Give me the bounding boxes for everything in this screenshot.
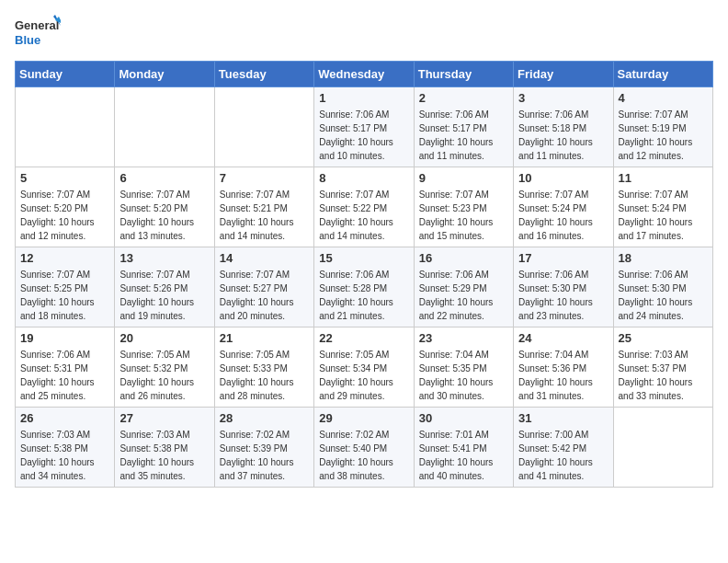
header-cell-monday: Monday <box>115 62 214 87</box>
day-number: 7 <box>220 171 309 185</box>
day-number: 2 <box>419 91 508 105</box>
day-info: Sunrise: 7:00 AMSunset: 5:42 PMDaylight:… <box>518 428 608 483</box>
day-number: 30 <box>419 411 508 425</box>
day-number: 8 <box>319 171 408 185</box>
page-header: General Blue <box>15 15 713 55</box>
day-cell: 22 Sunrise: 7:05 AMSunset: 5:34 PMDaylig… <box>314 327 414 408</box>
day-info: Sunrise: 7:07 AMSunset: 5:19 PMDaylight:… <box>619 108 708 163</box>
header-cell-saturday: Saturday <box>613 62 712 87</box>
day-number: 10 <box>518 171 608 185</box>
day-info: Sunrise: 7:07 AMSunset: 5:21 PMDaylight:… <box>220 188 309 243</box>
day-info: Sunrise: 7:03 AMSunset: 5:38 PMDaylight:… <box>119 428 209 483</box>
day-number: 1 <box>319 91 408 105</box>
day-cell: 14 Sunrise: 7:07 AMSunset: 5:27 PMDaylig… <box>214 247 313 327</box>
day-number: 21 <box>220 331 309 345</box>
day-cell: 28 Sunrise: 7:02 AMSunset: 5:39 PMDaylig… <box>214 408 313 488</box>
day-cell: 29 Sunrise: 7:02 AMSunset: 5:40 PMDaylig… <box>314 408 414 488</box>
day-cell: 21 Sunrise: 7:05 AMSunset: 5:33 PMDaylig… <box>214 327 313 408</box>
day-number: 16 <box>419 251 508 265</box>
day-cell: 16 Sunrise: 7:06 AMSunset: 5:29 PMDaylig… <box>414 247 513 327</box>
day-cell <box>214 87 313 167</box>
day-cell: 12 Sunrise: 7:07 AMSunset: 5:25 PMDaylig… <box>16 247 115 327</box>
week-row-4: 19 Sunrise: 7:06 AMSunset: 5:31 PMDaylig… <box>16 327 713 408</box>
day-number: 31 <box>518 411 608 425</box>
day-cell: 2 Sunrise: 7:06 AMSunset: 5:17 PMDayligh… <box>414 87 513 167</box>
day-number: 22 <box>319 331 408 345</box>
day-number: 20 <box>119 331 209 345</box>
day-cell: 15 Sunrise: 7:06 AMSunset: 5:28 PMDaylig… <box>314 247 414 327</box>
day-number: 29 <box>319 411 408 425</box>
day-number: 6 <box>119 171 209 185</box>
day-cell: 10 Sunrise: 7:07 AMSunset: 5:24 PMDaylig… <box>514 167 613 247</box>
week-row-5: 26 Sunrise: 7:03 AMSunset: 5:38 PMDaylig… <box>16 408 713 488</box>
day-info: Sunrise: 7:04 AMSunset: 5:36 PMDaylight:… <box>518 348 608 403</box>
day-number: 25 <box>619 331 708 345</box>
day-info: Sunrise: 7:05 AMSunset: 5:32 PMDaylight:… <box>119 348 209 403</box>
day-info: Sunrise: 7:07 AMSunset: 5:24 PMDaylight:… <box>619 188 708 243</box>
day-info: Sunrise: 7:07 AMSunset: 5:26 PMDaylight:… <box>119 268 209 323</box>
day-info: Sunrise: 7:05 AMSunset: 5:33 PMDaylight:… <box>220 348 309 403</box>
day-cell: 24 Sunrise: 7:04 AMSunset: 5:36 PMDaylig… <box>514 327 613 408</box>
day-info: Sunrise: 7:07 AMSunset: 5:24 PMDaylight:… <box>518 188 608 243</box>
day-cell: 8 Sunrise: 7:07 AMSunset: 5:22 PMDayligh… <box>314 167 414 247</box>
day-cell: 25 Sunrise: 7:03 AMSunset: 5:37 PMDaylig… <box>613 327 712 408</box>
day-cell: 31 Sunrise: 7:00 AMSunset: 5:42 PMDaylig… <box>514 408 613 488</box>
day-info: Sunrise: 7:06 AMSunset: 5:31 PMDaylight:… <box>20 348 109 403</box>
day-cell: 19 Sunrise: 7:06 AMSunset: 5:31 PMDaylig… <box>16 327 115 408</box>
day-info: Sunrise: 7:02 AMSunset: 5:40 PMDaylight:… <box>319 428 408 483</box>
logo-svg: General Blue <box>15 15 61 55</box>
header-cell-thursday: Thursday <box>414 62 513 87</box>
day-cell: 3 Sunrise: 7:06 AMSunset: 5:18 PMDayligh… <box>514 87 613 167</box>
day-number: 24 <box>518 331 608 345</box>
week-row-1: 1 Sunrise: 7:06 AMSunset: 5:17 PMDayligh… <box>16 87 713 167</box>
day-cell: 13 Sunrise: 7:07 AMSunset: 5:26 PMDaylig… <box>115 247 214 327</box>
day-number: 12 <box>20 251 109 265</box>
day-info: Sunrise: 7:07 AMSunset: 5:20 PMDaylight:… <box>20 188 109 243</box>
day-cell: 20 Sunrise: 7:05 AMSunset: 5:32 PMDaylig… <box>115 327 214 408</box>
header-cell-wednesday: Wednesday <box>314 62 414 87</box>
day-info: Sunrise: 7:06 AMSunset: 5:30 PMDaylight:… <box>518 268 608 323</box>
day-cell <box>16 87 115 167</box>
day-cell: 1 Sunrise: 7:06 AMSunset: 5:17 PMDayligh… <box>314 87 414 167</box>
day-number: 5 <box>20 171 109 185</box>
header-cell-tuesday: Tuesday <box>214 62 313 87</box>
day-info: Sunrise: 7:06 AMSunset: 5:17 PMDaylight:… <box>319 108 408 163</box>
day-cell: 4 Sunrise: 7:07 AMSunset: 5:19 PMDayligh… <box>613 87 712 167</box>
day-info: Sunrise: 7:01 AMSunset: 5:41 PMDaylight:… <box>419 428 508 483</box>
day-info: Sunrise: 7:07 AMSunset: 5:20 PMDaylight:… <box>119 188 209 243</box>
day-number: 17 <box>518 251 608 265</box>
day-number: 18 <box>619 251 708 265</box>
header-row: SundayMondayTuesdayWednesdayThursdayFrid… <box>16 62 713 87</box>
day-number: 3 <box>518 91 608 105</box>
week-row-2: 5 Sunrise: 7:07 AMSunset: 5:20 PMDayligh… <box>16 167 713 247</box>
day-info: Sunrise: 7:06 AMSunset: 5:28 PMDaylight:… <box>319 268 408 323</box>
day-number: 14 <box>220 251 309 265</box>
svg-text:Blue: Blue <box>15 33 40 47</box>
day-cell: 23 Sunrise: 7:04 AMSunset: 5:35 PMDaylig… <box>414 327 513 408</box>
day-cell: 27 Sunrise: 7:03 AMSunset: 5:38 PMDaylig… <box>115 408 214 488</box>
day-cell <box>115 87 214 167</box>
day-info: Sunrise: 7:07 AMSunset: 5:25 PMDaylight:… <box>20 268 109 323</box>
day-cell: 9 Sunrise: 7:07 AMSunset: 5:23 PMDayligh… <box>414 167 513 247</box>
day-info: Sunrise: 7:07 AMSunset: 5:23 PMDaylight:… <box>419 188 508 243</box>
day-info: Sunrise: 7:07 AMSunset: 5:22 PMDaylight:… <box>319 188 408 243</box>
day-info: Sunrise: 7:04 AMSunset: 5:35 PMDaylight:… <box>419 348 508 403</box>
header-cell-friday: Friday <box>514 62 613 87</box>
svg-text:General: General <box>15 18 59 32</box>
day-number: 23 <box>419 331 508 345</box>
day-cell: 26 Sunrise: 7:03 AMSunset: 5:38 PMDaylig… <box>16 408 115 488</box>
day-number: 15 <box>319 251 408 265</box>
day-number: 28 <box>220 411 309 425</box>
day-info: Sunrise: 7:06 AMSunset: 5:17 PMDaylight:… <box>419 108 508 163</box>
day-info: Sunrise: 7:06 AMSunset: 5:30 PMDaylight:… <box>619 268 708 323</box>
day-info: Sunrise: 7:02 AMSunset: 5:39 PMDaylight:… <box>220 428 309 483</box>
day-number: 11 <box>619 171 708 185</box>
calendar-table: SundayMondayTuesdayWednesdayThursdayFrid… <box>15 61 713 488</box>
day-number: 27 <box>119 411 209 425</box>
day-info: Sunrise: 7:05 AMSunset: 5:34 PMDaylight:… <box>319 348 408 403</box>
day-cell: 6 Sunrise: 7:07 AMSunset: 5:20 PMDayligh… <box>115 167 214 247</box>
day-info: Sunrise: 7:03 AMSunset: 5:38 PMDaylight:… <box>20 428 109 483</box>
day-number: 9 <box>419 171 508 185</box>
day-number: 26 <box>20 411 109 425</box>
day-number: 4 <box>619 91 708 105</box>
